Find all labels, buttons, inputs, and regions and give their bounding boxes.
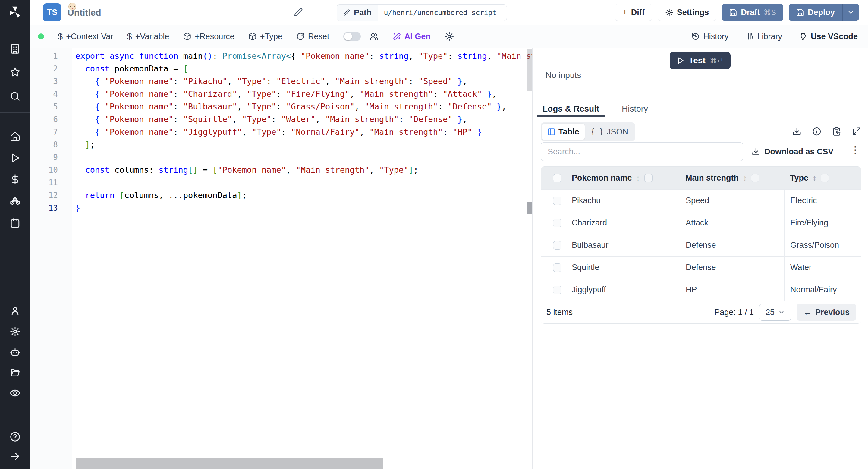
library-button[interactable]: Library [745, 32, 782, 41]
home-icon[interactable] [0, 130, 30, 143]
play-icon [677, 57, 684, 64]
resources-boxes-icon[interactable] [0, 194, 30, 208]
sort-icon[interactable]: ↕ [636, 173, 640, 183]
folder-icon[interactable] [0, 366, 30, 379]
path-value[interactable]: u/henri/unencumbered_script [378, 4, 503, 21]
add-resource-button[interactable]: +Resource [183, 32, 234, 41]
tab-history[interactable]: History [622, 100, 648, 117]
column-filter-box[interactable] [644, 174, 652, 182]
favorites-star-icon[interactable] [0, 65, 30, 79]
test-shortcut: ⌘↵ [710, 56, 724, 65]
info-icon[interactable] [811, 126, 822, 137]
result-search-input[interactable] [541, 142, 743, 161]
download-result-icon[interactable] [792, 126, 802, 137]
add-context-var-button[interactable]: $ +Context Var [58, 32, 113, 41]
table-row[interactable]: JigglypuffHPNormal/Fairy [541, 279, 861, 301]
windmill-logo[interactable] [0, 5, 30, 19]
test-button[interactable]: Test ⌘↵ [670, 52, 731, 69]
path-field[interactable]: Path u/henri/unencumbered_script [337, 4, 507, 21]
text-caret [104, 203, 105, 213]
multiplayer-users-icon[interactable] [369, 32, 379, 41]
previous-page-button[interactable]: ← Previous [797, 304, 856, 321]
copy-to-clipboard-icon[interactable] [831, 126, 842, 137]
line-number: 12 [30, 189, 58, 201]
editor-vertical-scrollbar[interactable] [527, 49, 532, 91]
draft-button[interactable]: Draft ⌘S [722, 4, 783, 21]
top-bar: TS Untitled Path u/henri/unencumbered_sc… [30, 0, 868, 25]
view-table-button[interactable]: Table [542, 124, 585, 140]
workers-bot-icon[interactable] [0, 345, 30, 359]
column-filter-box[interactable] [751, 174, 759, 182]
table-cell: Normal/Fairy [784, 279, 861, 301]
table-cell: Defense [680, 234, 784, 256]
table-menu-kebab-icon[interactable]: ⋮ [850, 144, 860, 156]
table-row[interactable]: SquirtleDefenseWater [541, 256, 861, 279]
reset-button[interactable]: Reset [296, 32, 330, 41]
no-inputs-label: No inputs [546, 70, 581, 80]
table-row[interactable]: CharizardAttackFire/Flying [541, 212, 861, 234]
row-checkbox[interactable] [553, 219, 561, 227]
ai-gen-button[interactable]: AI Gen [393, 32, 431, 41]
expand-rail-arrow-icon[interactable] [0, 450, 30, 463]
expand-icon[interactable] [851, 126, 862, 137]
search-icon[interactable] [0, 90, 30, 103]
deploy-dropdown-button[interactable] [842, 4, 859, 21]
history-button[interactable]: History [691, 32, 728, 41]
add-variable-button[interactable]: $ +Variable [127, 32, 169, 41]
column-header: Type↕ [784, 173, 861, 183]
diff-button[interactable]: ± Diff [615, 4, 652, 21]
add-type-button[interactable]: +Type [248, 32, 282, 41]
run-result-panel: Test ⌘↵ No inputs Logs & Result History … [532, 48, 868, 469]
deploy-button[interactable]: Deploy [789, 4, 842, 21]
sort-icon[interactable]: ↕ [743, 173, 747, 183]
edit-title-pencil-icon[interactable] [293, 7, 303, 17]
schedules-calendar-icon[interactable] [0, 216, 30, 230]
select-all-checkbox[interactable] [553, 174, 561, 182]
left-rail [0, 0, 30, 469]
overview-ruler-mark [527, 201, 532, 214]
pencil-icon [343, 9, 350, 16]
status-green-dot [38, 33, 44, 39]
table-row[interactable]: BulbasaurDefenseGrass/Poison [541, 234, 861, 256]
row-checkbox[interactable] [553, 263, 561, 272]
wand-sparkles-icon [393, 32, 401, 41]
table-icon [547, 128, 555, 136]
editor-horizontal-scrollbar[interactable] [76, 458, 383, 469]
help-icon[interactable] [0, 430, 30, 443]
row-checkbox[interactable] [553, 286, 561, 294]
save-icon [796, 8, 804, 17]
workspace-icon[interactable] [0, 42, 30, 56]
user-icon[interactable] [0, 305, 30, 318]
row-checkbox[interactable] [553, 196, 561, 205]
table-cell: Squirtle [566, 256, 680, 279]
row-checkbox[interactable] [553, 241, 561, 250]
sort-icon[interactable]: ↕ [812, 173, 816, 183]
rail-divider [0, 113, 30, 113]
view-json-button[interactable]: { } JSON [585, 124, 634, 140]
download-csv-button[interactable]: Download as CSV [752, 142, 834, 161]
table-row[interactable]: PikachuSpeedElectric [541, 189, 861, 212]
audit-eye-icon[interactable] [0, 386, 30, 400]
editor-settings-gear-icon[interactable] [444, 32, 454, 41]
runs-play-icon[interactable] [0, 151, 30, 164]
chevron-down-icon [778, 309, 785, 316]
line-number: 13 [30, 201, 58, 214]
line-number: 5 [30, 100, 58, 113]
line-number: 2 [30, 62, 58, 75]
settings-gear-icon[interactable] [0, 325, 30, 338]
variables-dollar-icon[interactable] [0, 173, 30, 186]
dollar-icon: $ [58, 32, 63, 41]
items-count: 5 items [547, 308, 572, 317]
line-number: 9 [30, 151, 58, 164]
page-size-select[interactable]: 25 [759, 304, 791, 321]
collab-toggle[interactable] [343, 32, 361, 41]
script-title: Untitled [67, 0, 101, 25]
save-icon [729, 8, 737, 17]
column-filter-box[interactable] [821, 174, 829, 182]
settings-button[interactable]: Settings [658, 4, 717, 21]
tab-logs-result[interactable]: Logs & Result [542, 100, 599, 117]
line-number: 4 [30, 88, 58, 100]
use-vscode-button[interactable]: Use VScode [799, 32, 858, 41]
package-icon [183, 32, 191, 41]
code-editor[interactable]: 1export async function main(): Promise<A… [30, 48, 532, 469]
